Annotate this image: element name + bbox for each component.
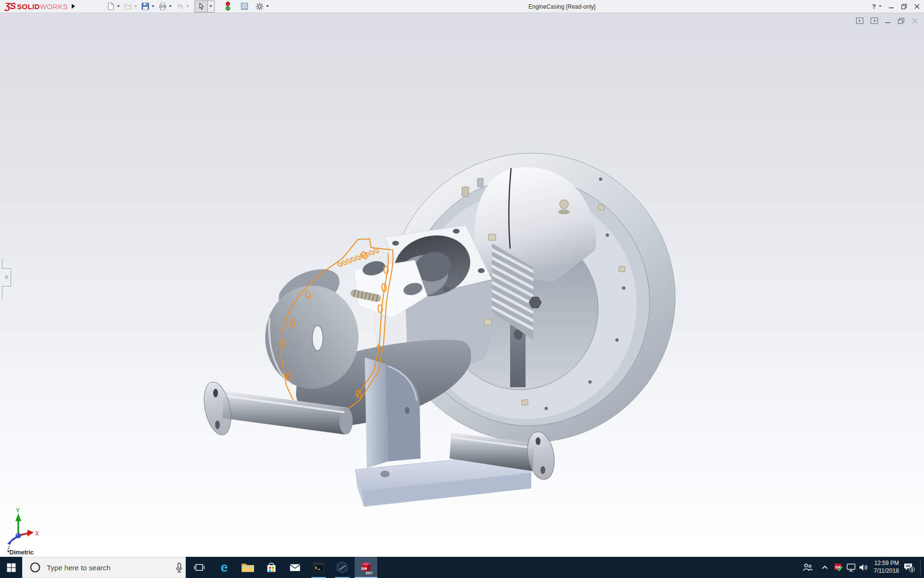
pane-right-icon[interactable] xyxy=(870,17,878,25)
svg-text:SW: SW xyxy=(361,566,367,571)
display-options-button[interactable] xyxy=(239,1,250,12)
taskbar-app-hexagon[interactable] xyxy=(331,557,354,578)
options-button[interactable] xyxy=(254,1,266,12)
window-controls: ? xyxy=(872,0,920,13)
side-cover-disc[interactable] xyxy=(265,269,359,389)
show-desktop-divider[interactable] xyxy=(920,560,921,575)
model-canvas[interactable]: Y X z xyxy=(0,0,924,578)
solidworks-2017-icon: SW 2017 xyxy=(358,560,373,575)
tray-solidworks-monitor[interactable]: SW xyxy=(832,557,845,578)
open-dropdown[interactable] xyxy=(134,5,137,7)
file-explorer-icon xyxy=(240,560,256,575)
start-button[interactable] xyxy=(0,557,22,578)
save-button[interactable] xyxy=(140,1,151,12)
taskbar-app-edge[interactable]: e xyxy=(213,557,236,578)
triad-y-label: Y xyxy=(16,507,20,514)
tray-expand-button[interactable] xyxy=(818,557,832,578)
microphone-icon[interactable] xyxy=(174,562,184,574)
store-icon xyxy=(264,560,279,575)
action-center-badge: 3 xyxy=(911,567,913,572)
windows-logo-icon xyxy=(7,563,16,572)
taskbar-app-command-prompt[interactable] xyxy=(307,557,330,578)
panel-tab-expand-icon xyxy=(5,276,8,279)
quick-access-toolbar xyxy=(105,0,271,13)
network-icon xyxy=(846,562,857,573)
close-document-icon[interactable] xyxy=(911,17,918,25)
gear-icon xyxy=(255,2,264,11)
select-tool-dropdown[interactable] xyxy=(207,1,214,12)
action-center-icon: 3 xyxy=(903,561,915,574)
print-dropdown[interactable] xyxy=(169,5,172,7)
solidworks-logo-mark: ƷS xyxy=(5,1,15,12)
base-mount-hole xyxy=(381,471,389,477)
new-document-dropdown[interactable] xyxy=(117,5,120,7)
window-title: EngineCasing [Read-only] xyxy=(528,3,595,10)
taskbar-app-solidworks[interactable]: SW 2017 xyxy=(354,557,377,578)
undo-button[interactable] xyxy=(174,1,186,12)
select-tool-button[interactable] xyxy=(195,1,207,12)
open-button[interactable] xyxy=(122,1,134,12)
rebuild-button[interactable] xyxy=(222,1,234,12)
svg-text:e: e xyxy=(220,560,228,575)
search-input[interactable] xyxy=(47,564,157,572)
minimize-icon[interactable] xyxy=(888,3,894,9)
document-window-controls xyxy=(856,17,918,25)
orientation-triad: Y X z xyxy=(7,507,39,550)
print-icon xyxy=(158,2,167,11)
save-dropdown[interactable] xyxy=(152,5,154,7)
solidworks-logo-works: WORKS xyxy=(40,2,68,11)
action-center-button[interactable]: 3 xyxy=(901,557,917,578)
taskbar-app-mail[interactable] xyxy=(283,557,307,578)
cortana-circle-icon xyxy=(29,562,41,573)
undo-dropdown[interactable] xyxy=(186,5,189,7)
hexagon-app-icon xyxy=(335,560,349,575)
speaker-icon xyxy=(858,562,869,573)
edge-icon: e xyxy=(217,560,232,575)
cover-bolt xyxy=(559,200,569,208)
select-tool-group xyxy=(194,0,215,13)
properties-list-icon xyxy=(240,2,249,11)
open-folder-icon xyxy=(124,2,132,11)
tray-people-button[interactable] xyxy=(800,557,815,578)
task-view-icon xyxy=(192,561,206,574)
clock-date: 7/11/2018 xyxy=(869,567,899,575)
view-orientation-label: *Dimetric xyxy=(7,549,34,556)
solidworks-logo: ƷS SOLID WORKS xyxy=(5,1,68,12)
minimize-document-icon[interactable] xyxy=(885,17,891,24)
title-bar: ƷS SOLID WORKS xyxy=(0,0,924,13)
menu-expand-arrow[interactable] xyxy=(72,4,75,9)
help-button[interactable]: ? xyxy=(872,3,876,10)
tray-volume-button[interactable] xyxy=(857,557,870,578)
options-dropdown[interactable] xyxy=(266,5,269,7)
people-icon xyxy=(802,562,813,573)
taskbar-app-store[interactable] xyxy=(260,557,283,578)
command-prompt-icon xyxy=(311,560,326,575)
print-button[interactable] xyxy=(157,1,168,12)
engine-casing-3d-model[interactable]: Y X z xyxy=(7,153,675,550)
feature-manager-collapsed-tab[interactable] xyxy=(0,258,14,300)
pane-left-icon[interactable] xyxy=(856,17,864,25)
traffic-light-icon xyxy=(225,1,231,11)
new-document-icon xyxy=(106,2,115,11)
tray-clock[interactable]: 12:59 PM 7/11/2018 xyxy=(869,557,899,578)
windows-taskbar: e xyxy=(0,557,924,578)
svg-text:SW: SW xyxy=(835,565,841,569)
svg-text:2017: 2017 xyxy=(366,571,373,575)
clock-time: 12:59 PM xyxy=(869,560,899,567)
new-document-button[interactable] xyxy=(105,1,116,12)
chevron-up-icon xyxy=(821,563,829,572)
help-dropdown[interactable] xyxy=(879,5,882,7)
restore-document-icon[interactable] xyxy=(898,17,905,25)
undo-icon xyxy=(176,2,184,11)
close-icon[interactable] xyxy=(914,3,920,10)
task-view-button[interactable] xyxy=(188,557,211,578)
select-cursor-icon xyxy=(197,2,205,11)
solidworks-check-icon: SW xyxy=(834,563,843,572)
restore-icon[interactable] xyxy=(901,3,907,10)
triad-x-label: X xyxy=(35,530,39,537)
save-floppy-icon xyxy=(141,2,150,11)
taskbar-search[interactable] xyxy=(22,557,186,578)
taskbar-app-file-explorer[interactable] xyxy=(236,557,259,578)
mail-icon xyxy=(288,560,302,575)
solidworks-logo-solid: SOLID xyxy=(17,2,39,11)
